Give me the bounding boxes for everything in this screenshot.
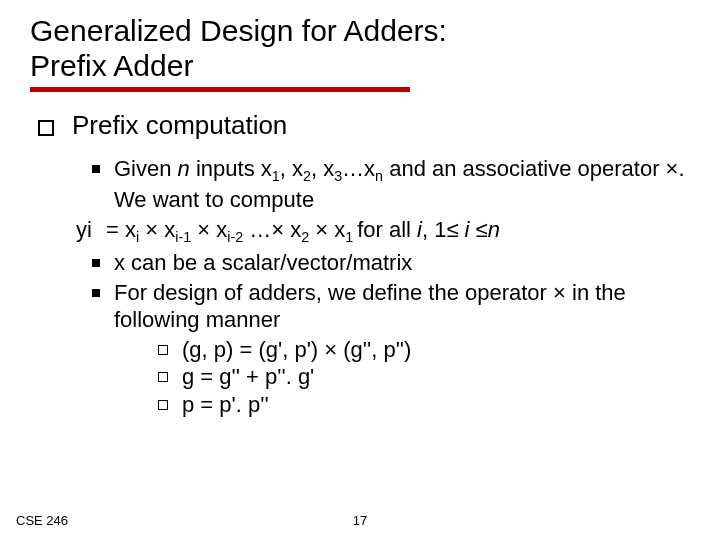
level2-item-yi: yi = xi × xi-1 × xi-2 …× x2 × x1 for all… [92,216,690,247]
hollow-square-bullet-icon [158,345,168,355]
level3-text: p = p'. p'' [182,391,269,419]
level3-text: (g, p) = (g', p') × (g'', p'') [182,336,411,364]
level3-text: g = g'' + p''. g' [182,363,314,391]
level3-item-gp: (g, p) = (g', p') × (g'', p'') [158,336,690,364]
level1-text: Prefix computation [72,110,287,141]
level1-item: Prefix computation [38,110,690,141]
hollow-square-bullet-icon [38,120,54,136]
level2-text: = xi × xi-1 × xi-2 …× x2 × x1 for all i,… [106,216,500,247]
level2-text: For design of adders, we define the oper… [114,279,690,334]
yi-label: yi [70,216,92,244]
filled-square-bullet-icon [92,259,100,267]
footer-page-number: 17 [0,513,720,528]
level3-item-g: g = g'' + p''. g' [158,363,690,391]
title-underline [30,87,410,92]
title-line-1: Generalized Design for Adders: [30,14,447,47]
filled-square-bullet-icon [92,289,100,297]
hollow-square-bullet-icon [158,400,168,410]
level2-item-operator: For design of adders, we define the oper… [92,279,690,334]
level2-text: Given n inputs x1, x2, x3…xn and an asso… [114,155,690,214]
level2-text: x can be a scalar/vector/matrix [114,249,412,277]
level3-item-p: p = p'. p'' [158,391,690,419]
level2-item-scalar: x can be a scalar/vector/matrix [92,249,690,277]
slide: Generalized Design for Adders: Prefix Ad… [0,0,720,540]
level2-item-given: Given n inputs x1, x2, x3…xn and an asso… [92,155,690,214]
slide-title: Generalized Design for Adders: Prefix Ad… [30,14,690,83]
filled-square-bullet-icon [92,165,100,173]
hollow-square-bullet-icon [158,372,168,382]
title-line-2: Prefix Adder [30,49,193,82]
